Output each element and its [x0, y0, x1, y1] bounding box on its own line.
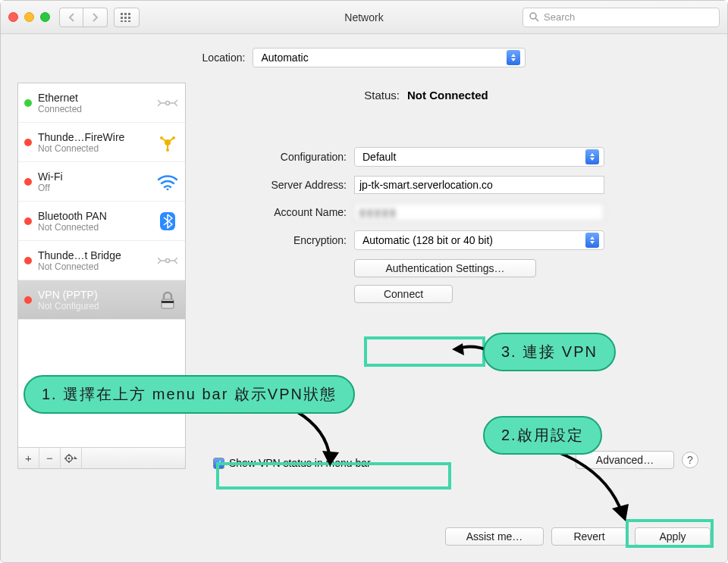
- svg-rect-7: [124, 20, 127, 22]
- interface-name: Wi-Fi: [38, 170, 150, 183]
- status-value: Not Connected: [407, 89, 488, 102]
- ethernet-icon: [156, 92, 179, 114]
- annotation-step3: 3. 連接 VPN: [483, 333, 616, 371]
- svg-point-19: [167, 188, 169, 190]
- window-controls: [8, 12, 50, 22]
- show-all-button[interactable]: [114, 8, 140, 27]
- location-value: Automatic: [261, 52, 308, 64]
- configuration-select[interactable]: Default: [354, 147, 604, 167]
- status-dot-icon: [24, 217, 32, 225]
- minimize-window-button[interactable]: [24, 12, 34, 22]
- titlebar: Network Search: [1, 1, 727, 34]
- ethernet-icon: [156, 249, 179, 272]
- bluetooth-icon: [156, 210, 179, 233]
- interface-status: Connected: [38, 104, 150, 114]
- show-vpn-menubar-label: Show VPN status in menu bar: [229, 457, 371, 469]
- account-name-input[interactable]: ▮▮▮▮▮: [354, 203, 604, 221]
- interface-list: Ethernet Connected Thunde…FireWire Not C…: [18, 83, 185, 320]
- svg-point-21: [166, 258, 170, 262]
- dropdown-arrows-icon: [585, 149, 599, 164]
- forward-button[interactable]: [83, 8, 108, 27]
- interface-name: Ethernet: [38, 92, 150, 104]
- search-input[interactable]: Search: [522, 8, 720, 27]
- svg-rect-0: [121, 13, 123, 15]
- account-name-label: Account Name:: [202, 206, 347, 218]
- svg-rect-2: [128, 13, 130, 15]
- interface-row-vpn[interactable]: VPN (PPTP) Not Configured: [18, 280, 185, 320]
- apply-button[interactable]: Apply: [635, 527, 711, 546]
- svg-marker-33: [612, 504, 629, 521]
- interface-name: Thunde…FireWire: [38, 131, 150, 143]
- svg-rect-22: [162, 299, 174, 308]
- authentication-settings-button[interactable]: Authentication Settings…: [354, 259, 536, 277]
- server-address-label: Server Address:: [202, 179, 347, 191]
- interface-name: Bluetooth PAN: [38, 210, 150, 222]
- annotation-step1: 1. 選擇在上方 menu bar 啟示VPN狀態: [24, 375, 355, 414]
- network-preferences-window: Network Search Location: Automatic Et: [0, 0, 728, 563]
- add-interface-button[interactable]: +: [18, 448, 39, 469]
- back-button[interactable]: [59, 8, 83, 27]
- svg-point-9: [530, 13, 536, 19]
- interface-row-ethernet[interactable]: Ethernet Connected: [18, 83, 185, 123]
- interface-status: Not Connected: [38, 222, 150, 233]
- search-placeholder: Search: [544, 11, 575, 23]
- location-select[interactable]: Automatic: [253, 48, 526, 67]
- interface-status: Not Connected: [38, 143, 150, 154]
- svg-rect-4: [124, 17, 127, 19]
- configuration-label: Configuration:: [202, 151, 347, 163]
- connect-button[interactable]: Connect: [354, 285, 453, 303]
- svg-point-11: [166, 101, 170, 105]
- gear-icon: [64, 453, 78, 464]
- interface-name: Thunde…t Bridge: [38, 249, 150, 261]
- dropdown-arrows-icon: [585, 233, 599, 248]
- svg-line-10: [535, 18, 538, 21]
- encryption-label: Encryption:: [202, 234, 347, 246]
- interface-row-bluetooth[interactable]: Bluetooth PAN Not Connected: [18, 202, 185, 241]
- annotation-step2: 2.啟用設定: [483, 416, 602, 455]
- sidebar-footer: + −: [18, 447, 185, 468]
- lock-icon: [156, 289, 179, 311]
- svg-rect-5: [128, 17, 130, 19]
- interface-row-wifi[interactable]: Wi-Fi Off: [18, 162, 185, 202]
- help-button[interactable]: ?: [682, 452, 698, 468]
- location-row: Location: Automatic: [16, 48, 712, 67]
- interface-status: Not Connected: [38, 261, 150, 272]
- show-vpn-menubar-row: ✓ Show VPN status in menu bar: [213, 457, 371, 469]
- revert-button[interactable]: Revert: [551, 527, 627, 546]
- advanced-button[interactable]: Advanced…: [576, 451, 674, 469]
- zoom-window-button[interactable]: [40, 12, 50, 22]
- show-vpn-menubar-checkbox[interactable]: ✓: [213, 458, 224, 469]
- interface-status: Not Configured: [38, 301, 150, 311]
- svg-rect-6: [121, 20, 123, 22]
- interface-row-thunderbolt-bridge[interactable]: Thunde…t Bridge Not Connected: [18, 241, 185, 280]
- interface-status: Off: [38, 183, 150, 193]
- svg-rect-3: [121, 17, 123, 19]
- assist-me-button[interactable]: Assist me…: [445, 527, 544, 546]
- remove-interface-button[interactable]: −: [39, 448, 61, 469]
- close-window-button[interactable]: [8, 12, 18, 22]
- configuration-value: Default: [362, 151, 396, 163]
- status-label: Status:: [263, 89, 400, 102]
- status-dot-icon: [24, 296, 32, 304]
- location-label: Location:: [202, 52, 246, 64]
- status-dot-icon: [24, 257, 32, 264]
- encryption-select[interactable]: Automatic (128 bit or 40 bit): [354, 230, 604, 250]
- firewire-icon: [156, 131, 179, 154]
- bottom-bar: Assist me… Revert Apply: [17, 527, 711, 546]
- dropdown-arrows-icon: [507, 50, 520, 65]
- svg-rect-23: [162, 301, 174, 303]
- encryption-value: Automatic (128 bit or 40 bit): [362, 234, 493, 246]
- status-dot-icon: [24, 139, 32, 146]
- search-icon: [529, 12, 539, 22]
- svg-rect-1: [124, 13, 127, 15]
- svg-rect-8: [128, 20, 130, 22]
- interface-row-firewire[interactable]: Thunde…FireWire Not Connected: [18, 123, 185, 162]
- interface-name: VPN (PPTP): [38, 289, 150, 301]
- status-dot-icon: [24, 178, 32, 186]
- status-dot-icon: [24, 99, 32, 107]
- interface-actions-button[interactable]: [61, 448, 82, 469]
- svg-point-26: [67, 457, 70, 459]
- server-address-input[interactable]: [354, 176, 604, 194]
- nav-buttons: [59, 8, 108, 27]
- wifi-icon: [156, 170, 179, 193]
